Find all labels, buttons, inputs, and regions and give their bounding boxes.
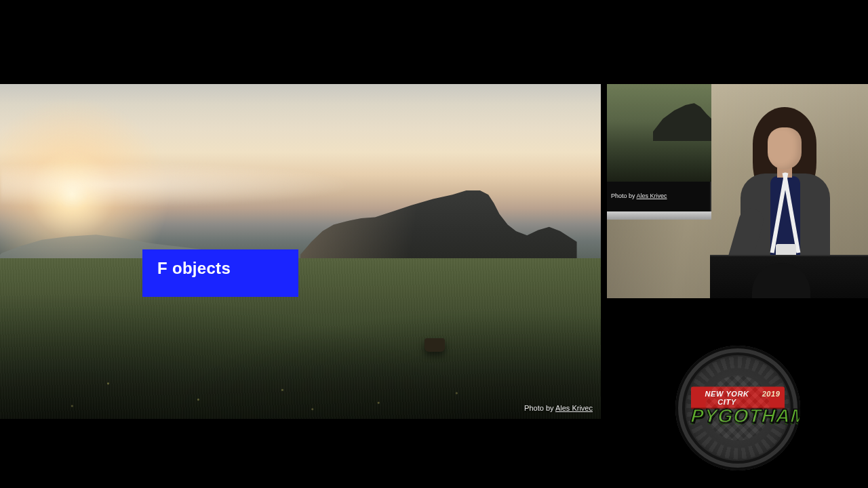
projector-credit-prefix: Photo by [611, 192, 637, 199]
slide-photo-credit: Photo by Ales Krivec [524, 404, 593, 412]
presentation-slide: F objects Photo by Ales Krivec [0, 84, 601, 419]
event-city: NEW YORK CITY [695, 389, 760, 405]
credit-name: Ales Krivec [555, 404, 593, 412]
slide-title: F objects [157, 259, 231, 278]
slide-stump [425, 338, 445, 352]
slide-title-box: F objects [142, 249, 298, 297]
projector-screen-housing [607, 211, 711, 220]
credit-prefix: Photo by [524, 404, 555, 412]
event-logo-background: NEW YORK CITY 2019 PYGOTHAM [675, 346, 800, 470]
slide-grass-texture [0, 258, 601, 419]
event-logo: NEW YORK CITY 2019 PYGOTHAM [691, 386, 785, 425]
speaker-face [768, 127, 802, 169]
projector-credit-name: Ales Krivec [637, 192, 667, 199]
video-frame: F objects Photo by Ales Krivec Photo by … [0, 0, 868, 488]
projector-photo-credit: Photo by Ales Krivec [611, 192, 667, 199]
event-name: PYGOTHAM [690, 406, 785, 425]
event-logo-area: NEW YORK CITY 2019 PYGOTHAM [607, 298, 868, 488]
projector-screen: Photo by Ales Krivec [607, 84, 711, 220]
speaker-camera-feed: Photo by Ales Krivec [607, 84, 868, 298]
slide-clouds [0, 161, 361, 208]
event-year: 2019 [762, 389, 781, 405]
